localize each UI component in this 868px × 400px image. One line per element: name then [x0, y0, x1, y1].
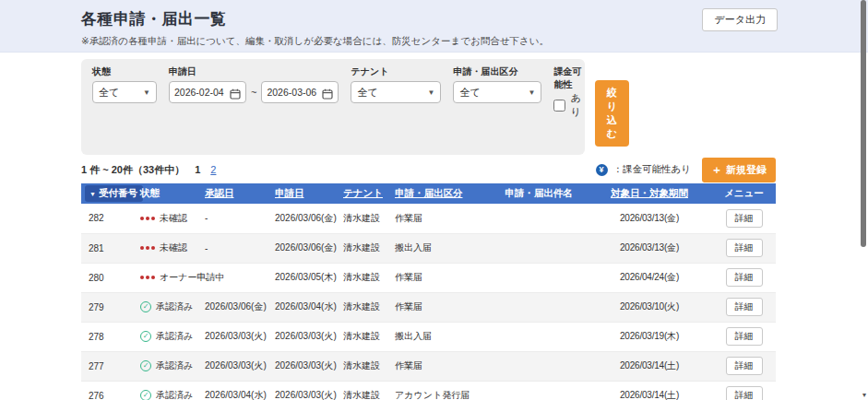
tenant-cell: 清水建設	[339, 351, 391, 381]
approved-check-icon: ✓	[140, 360, 151, 371]
receipt-number-cell: 282	[81, 204, 137, 233]
receipt-number-cell: 279	[81, 292, 137, 322]
approval-date-cell: -	[201, 233, 271, 263]
status-label: 承認済み	[156, 359, 193, 372]
date-to-input[interactable]	[267, 87, 322, 98]
detail-button[interactable]: 詳細	[726, 357, 763, 375]
table-row: 276✓承認済み2026/03/04(水)2026/03/03(火)清水建設アカ…	[81, 381, 776, 400]
column-header-application-date[interactable]: 申請日	[271, 183, 339, 204]
vertical-scrollbar-thumb[interactable]	[861, 0, 866, 247]
target-period-cell: 2026/03/19(木)	[587, 322, 712, 351]
category-cell: 作業届	[391, 351, 491, 381]
category-cell: 作業届	[391, 263, 491, 292]
status-select[interactable]: 全て ▼	[92, 81, 157, 103]
tenant-cell: 清水建設	[339, 263, 391, 292]
category-filter-label: 申請・届出区分	[453, 65, 541, 78]
column-header-receipt-number[interactable]: ▼ 受付番号	[85, 185, 143, 202]
approved-check-icon: ✓	[140, 331, 151, 342]
date-from-input[interactable]	[174, 87, 230, 98]
table-row: 277✓承認済み2026/03/03(火)2026/03/03(火)清水建設作業…	[81, 351, 776, 381]
pending-dots-icon	[140, 217, 155, 220]
category-select[interactable]: 全て ▼	[453, 81, 541, 103]
detail-button[interactable]: 詳細	[726, 386, 763, 400]
vertical-scrollbar-track[interactable]	[860, 0, 867, 400]
status-select-value: 全て	[99, 86, 119, 100]
target-period-cell: 2026/03/10(火)	[587, 292, 712, 322]
column-header-target-period[interactable]: 対象日・対象期間	[587, 183, 712, 204]
page-number-current[interactable]: 1	[195, 164, 200, 175]
category-cell: 搬出入届	[391, 233, 491, 263]
result-range-text: 1 件 ~ 20件（33件中）	[81, 163, 184, 177]
category-select-value: 全て	[459, 86, 480, 100]
status-label: 承認済み	[156, 300, 193, 313]
calendar-icon[interactable]	[230, 87, 241, 98]
application-date-cell: 2026/03/03(火)	[271, 381, 339, 400]
calendar-icon[interactable]	[322, 87, 333, 98]
detail-button[interactable]: 詳細	[726, 327, 763, 346]
tenant-cell: 清水建設	[339, 204, 391, 233]
approval-date-cell: 2026/03/03(火)	[201, 322, 271, 351]
status-cell: オーナー申請中	[137, 263, 201, 292]
date-to-box	[261, 81, 339, 103]
status-label: 未確認	[160, 241, 187, 254]
approved-check-icon: ✓	[140, 390, 151, 400]
application-date-filter-label: 申請日	[169, 65, 339, 78]
category-cell: 作業届	[391, 292, 491, 322]
pending-dots-icon	[140, 276, 155, 279]
filter-submit-button[interactable]: 絞り込む	[595, 80, 629, 147]
scroll-down-arrow-icon[interactable]: ▾	[862, 391, 866, 399]
target-period-cell: 2026/03/13(金)	[587, 233, 712, 263]
category-cell: 搬出入届	[391, 322, 491, 351]
data-export-button[interactable]: データ出力	[702, 8, 778, 31]
receipt-number-cell: 281	[81, 233, 137, 263]
subject-cell	[491, 322, 587, 351]
page-number-link[interactable]: 2	[210, 164, 216, 175]
table-row: 281未確認-2026/03/06(金)清水建設搬出入届2026/03/13(金…	[81, 233, 776, 263]
column-header-approval-date[interactable]: 承認日	[201, 183, 271, 204]
filter-panel: 状態 全て ▼ 申請日 ~	[81, 59, 585, 155]
approval-date-cell: 2026/03/04(水)	[201, 381, 271, 400]
application-date-cell: 2026/03/05(木)	[271, 263, 339, 292]
sort-desc-icon: ▼	[89, 191, 96, 197]
billable-filter-label: 課金可能性	[553, 65, 582, 91]
subject-cell	[491, 263, 587, 292]
application-date-cell: 2026/03/03(火)	[271, 322, 339, 351]
receipt-number-cell: 280	[81, 263, 137, 292]
billable-legend-text: ：課金可能性あり	[613, 163, 692, 176]
plus-icon: ＋	[711, 162, 722, 178]
receipt-number-cell: 276	[81, 381, 137, 400]
new-registration-button[interactable]: ＋ 新規登録	[702, 158, 776, 182]
application-date-cell: 2026/03/06(金)	[271, 204, 339, 233]
tenant-cell: 清水建設	[339, 233, 391, 263]
billable-checkbox[interactable]	[553, 99, 565, 112]
new-registration-label: 新規登録	[726, 163, 767, 177]
status-cell: ✓承認済み	[137, 381, 201, 400]
detail-button[interactable]: 詳細	[726, 268, 763, 287]
applications-table: ▼ 受付番号 状態 承認日 申請日 テナント 申請・届出区分 申請・届出件名 対…	[81, 183, 776, 400]
tenant-select[interactable]: 全て ▼	[351, 81, 441, 103]
tenant-select-value: 全て	[357, 86, 377, 100]
category-cell: 作業届	[391, 204, 491, 233]
column-header-tenant[interactable]: テナント	[339, 183, 391, 204]
status-cell: 未確認	[137, 233, 201, 263]
subject-cell	[491, 233, 587, 263]
status-cell: ✓承認済み	[137, 292, 201, 322]
table-row: 278✓承認済み2026/03/03(火)2026/03/03(火)清水建設搬出…	[81, 322, 776, 351]
column-header-category[interactable]: 申請・届出区分	[391, 183, 491, 204]
tenant-cell: 清水建設	[339, 322, 391, 351]
column-header-subject: 申請・届出件名	[491, 183, 587, 204]
target-period-cell: 2026/03/13(金)	[587, 204, 712, 233]
chevron-down-icon: ▼	[143, 88, 150, 97]
status-cell: ✓承認済み	[137, 351, 201, 381]
detail-button[interactable]: 詳細	[726, 239, 763, 257]
status-cell: 未確認	[137, 204, 201, 233]
detail-button[interactable]: 詳細	[726, 209, 763, 228]
status-label: 承認済み	[156, 330, 193, 343]
subject-cell	[491, 381, 587, 400]
table-row: 279✓承認済み2026/03/06(金)2026/03/04(水)清水建設作業…	[81, 292, 776, 322]
detail-button[interactable]: 詳細	[726, 298, 763, 316]
date-range-separator: ~	[251, 87, 256, 98]
application-date-cell: 2026/03/04(水)	[271, 292, 339, 322]
table-header-row: ▼ 受付番号 状態 承認日 申請日 テナント 申請・届出区分 申請・届出件名 対…	[81, 183, 776, 204]
chevron-down-icon: ▼	[529, 88, 536, 97]
